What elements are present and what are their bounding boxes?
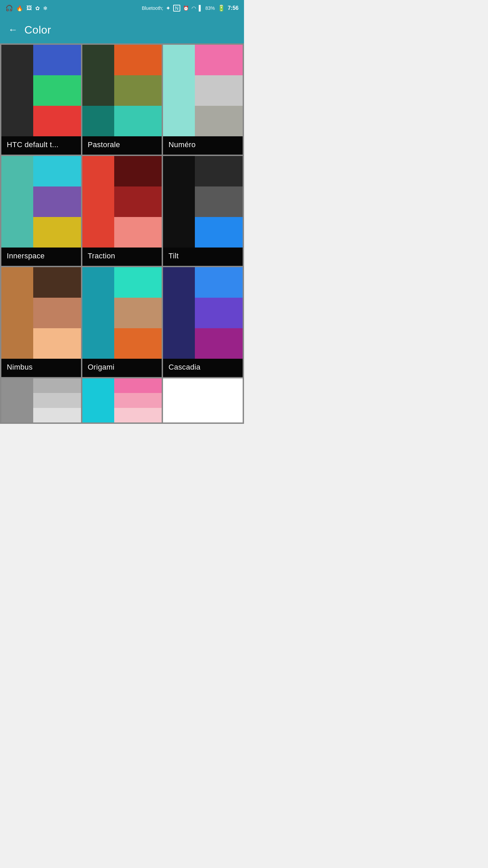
color-block <box>33 378 81 393</box>
battery-percent: 83% <box>205 5 215 11</box>
color-block <box>114 186 162 217</box>
color-block <box>114 75 162 106</box>
headphone-icon: 🎧 <box>5 4 13 12</box>
theme-label: Cascadia <box>163 359 243 377</box>
color-block <box>1 408 33 422</box>
status-bar: 🎧 🔥 🖼 ✿ ❄ Bluetooth; ✦ N ⏰ ◠ ▌ 83% 🔋 7:5… <box>0 0 244 16</box>
color-block <box>163 328 195 359</box>
color-block <box>1 298 33 328</box>
color-block <box>1 45 33 75</box>
color-block <box>195 267 243 298</box>
color-block <box>1 217 33 248</box>
color-block <box>195 186 243 217</box>
color-block <box>163 378 195 393</box>
color-block <box>82 106 114 136</box>
color-block <box>82 156 114 186</box>
bluetooth-icon: Bluetooth; <box>142 5 163 11</box>
theme-card-partial-1[interactable] <box>82 378 162 422</box>
theme-label: HTC default t... <box>1 136 81 155</box>
color-block <box>33 393 81 408</box>
status-icons-right: Bluetooth; ✦ N ⏰ ◠ ▌ 83% 🔋 7:56 <box>142 4 239 12</box>
theme-label: Innerspace <box>1 248 81 266</box>
color-block <box>82 75 114 106</box>
theme-card-numéro[interactable]: Numéro <box>163 45 243 155</box>
nfc-icon: N <box>173 5 180 12</box>
color-block <box>195 378 243 393</box>
color-block <box>33 408 81 422</box>
color-block <box>163 106 195 136</box>
theme-card-origami[interactable]: Origami <box>82 267 162 377</box>
alarm-icon: ⏰ <box>183 5 189 11</box>
color-block <box>82 328 114 359</box>
theme-card-nimbus[interactable]: Nimbus <box>1 267 81 377</box>
color-block <box>163 393 195 408</box>
color-block <box>1 186 33 217</box>
color-block <box>33 75 81 106</box>
color-block <box>114 393 162 408</box>
status-icons-left: 🎧 🔥 🖼 ✿ ❄ <box>5 4 47 12</box>
color-block <box>33 328 81 359</box>
color-block <box>195 298 243 328</box>
theme-card-pastorale[interactable]: Pastorale <box>82 45 162 155</box>
color-block <box>1 328 33 359</box>
color-block <box>33 186 81 217</box>
color-block <box>114 106 162 136</box>
flower-icon: ✿ <box>35 5 40 12</box>
color-block <box>163 156 195 186</box>
color-block <box>82 298 114 328</box>
theme-label: Tilt <box>163 248 243 266</box>
color-block <box>1 106 33 136</box>
wifi-icon: ◠ <box>191 5 196 12</box>
color-block <box>33 156 81 186</box>
color-block <box>195 328 243 359</box>
color-block <box>33 106 81 136</box>
theme-card-htc-default-t...[interactable]: HTC default t... <box>1 45 81 155</box>
theme-card-partial-2[interactable] <box>163 378 243 422</box>
image-icon: 🖼 <box>26 5 32 11</box>
color-block <box>114 408 162 422</box>
color-block <box>114 378 162 393</box>
fire-icon: 🔥 <box>16 5 23 12</box>
color-block <box>114 156 162 186</box>
theme-card-partial-0[interactable] <box>1 378 81 422</box>
theme-label: Nimbus <box>1 359 81 377</box>
theme-label: Origami <box>82 359 162 377</box>
back-button[interactable]: ← <box>8 24 18 35</box>
signal-icon: ▌ <box>199 5 203 11</box>
header: ← Color <box>0 16 244 43</box>
color-block <box>163 75 195 106</box>
color-block <box>195 45 243 75</box>
theme-label: Pastorale <box>82 136 162 155</box>
color-block <box>82 45 114 75</box>
theme-card-cascadia[interactable]: Cascadia <box>163 267 243 377</box>
color-block <box>82 408 114 422</box>
color-block <box>1 393 33 408</box>
color-block <box>163 408 195 422</box>
color-block <box>1 75 33 106</box>
color-block <box>1 156 33 186</box>
color-block <box>163 217 195 248</box>
theme-card-tilt[interactable]: Tilt <box>163 156 243 266</box>
color-block <box>82 267 114 298</box>
color-block <box>114 45 162 75</box>
color-block <box>195 75 243 106</box>
bluetooth-icon2: ✦ <box>166 5 170 12</box>
color-block <box>195 156 243 186</box>
color-block <box>195 393 243 408</box>
color-block <box>114 298 162 328</box>
color-block <box>163 298 195 328</box>
color-block <box>163 45 195 75</box>
battery-icon: 🔋 <box>218 4 225 12</box>
snowflake-icon: ❄ <box>43 5 47 12</box>
theme-label: Traction <box>82 248 162 266</box>
theme-card-innerspace[interactable]: Innerspace <box>1 156 81 266</box>
color-block <box>114 267 162 298</box>
color-block <box>114 217 162 248</box>
color-block <box>195 217 243 248</box>
color-block <box>82 217 114 248</box>
color-block <box>82 378 114 393</box>
theme-card-traction[interactable]: Traction <box>82 156 162 266</box>
color-block <box>82 393 114 408</box>
color-block <box>195 106 243 136</box>
color-block <box>33 45 81 75</box>
